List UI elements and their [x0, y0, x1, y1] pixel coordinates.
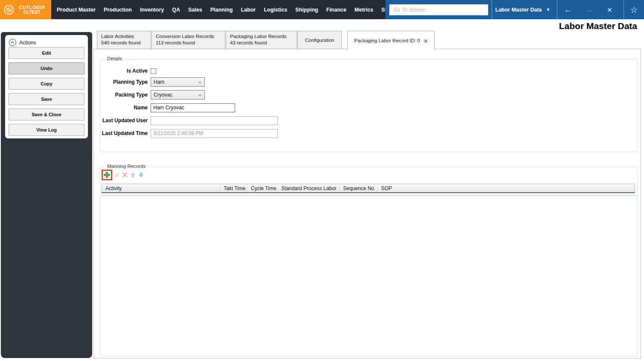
save-close-button[interactable]: Save & Close	[9, 109, 85, 120]
planning-type-select[interactable]: Ham	[151, 77, 205, 87]
add-record-button[interactable]	[102, 170, 112, 180]
column-header-sop[interactable]: SOP	[378, 184, 635, 192]
manning-grid-body-edge	[101, 195, 635, 196]
nav-item-production[interactable]: Production	[104, 7, 132, 13]
screen-selector-label: Labor Master Data	[495, 7, 542, 13]
cutlogix-logo-icon	[3, 4, 15, 15]
logo-brand-text: CUTLOGIX	[15, 5, 50, 10]
actions-panel: Actions Edit Undo Copy Save Save & Close…	[5, 35, 88, 138]
app-logo[interactable]: CUTLOGIX CLTEST	[0, 0, 51, 19]
name-label: Name	[100, 105, 151, 111]
name-field[interactable]	[151, 103, 235, 112]
back-icon[interactable]: ←	[557, 0, 578, 19]
nav-item-planning[interactable]: Planning	[210, 7, 233, 13]
tab-label: Packaging Labor Records	[226, 31, 297, 40]
top-nav-bar: CUTLOGIX CLTEST Product Master Productio…	[0, 0, 644, 19]
manning-records-legend: Manning Records	[105, 164, 147, 169]
edit-record-button[interactable]	[113, 171, 120, 179]
column-header-standard-process-labor[interactable]: Standard Process Labor	[278, 184, 340, 192]
nav-item-logistics[interactable]: Logistics	[264, 7, 287, 13]
tab-close-icon[interactable]: ×	[424, 38, 428, 44]
page-title: Labor Master Data	[559, 21, 637, 31]
tab-conversion-labor-records[interactable]: Conversion Labor Records 113 records fou…	[152, 31, 225, 49]
tab-record-count: 113 records found	[152, 40, 225, 46]
nav-item-shipping[interactable]: Shipping	[295, 7, 318, 13]
column-header-activity[interactable]: Activity	[102, 184, 220, 192]
forward-icon[interactable]: →	[578, 0, 599, 19]
edit-button[interactable]: Edit	[9, 47, 85, 59]
details-group: Details Is Active Planning Type Ham Pack…	[100, 59, 638, 152]
collapse-chevron-up-icon[interactable]	[9, 39, 16, 46]
goto-screen-input[interactable]	[389, 4, 488, 15]
nav-item-finance[interactable]: Finance	[326, 7, 347, 13]
manning-grid-header: Activity Takt Time Cycle Time Standard P…	[102, 184, 635, 193]
is-active-label: Is Active	[100, 68, 151, 74]
tab-configuration[interactable]: Configuration	[297, 31, 342, 49]
tab-record-count: 43 records found	[226, 40, 297, 46]
move-down-button[interactable]	[137, 171, 145, 179]
actions-sidebar: Actions Edit Undo Copy Save Save & Close…	[1, 32, 92, 358]
dropdown-arrow-icon: ▼	[546, 7, 551, 12]
packing-type-label: Packing Type	[100, 92, 151, 98]
last-updated-user-label: Last Updated User	[100, 117, 151, 123]
nav-item-labor[interactable]: Labor	[241, 7, 256, 13]
tab-label: Conversion Labor Records	[152, 31, 225, 40]
details-legend: Details	[105, 56, 124, 61]
manning-records-group: Manning Records Acti	[100, 167, 638, 356]
packing-type-value: Cryovac	[154, 92, 172, 98]
is-active-checkbox[interactable]	[151, 68, 156, 74]
nav-item-product-master[interactable]: Product Master	[57, 7, 96, 13]
arrow-down-icon	[138, 172, 144, 178]
tab-packaging-labor-records[interactable]: Packaging Labor Records 43 records found	[226, 31, 297, 49]
column-header-sequence-no[interactable]: Sequence No	[340, 184, 378, 192]
chevron-down-icon	[198, 80, 201, 83]
last-updated-user-field[interactable]	[151, 116, 278, 125]
nav-right-section: Labor Master Data ▼ ← → × ☆	[385, 0, 644, 19]
tab-packaging-labor-record-detail[interactable]: Packaging Labor Record ID: 0 ×	[347, 31, 434, 50]
arrow-up-icon	[130, 172, 136, 178]
move-up-button[interactable]	[129, 171, 137, 179]
close-screen-icon[interactable]: ×	[599, 0, 620, 19]
undo-button[interactable]: Undo	[9, 62, 85, 74]
copy-button[interactable]: Copy	[9, 78, 85, 90]
delete-record-button[interactable]	[121, 171, 128, 179]
nav-item-inventory[interactable]: Inventory	[140, 7, 164, 13]
favorite-star-icon[interactable]: ☆	[624, 5, 644, 15]
last-updated-time-label: Last Updated Time	[100, 130, 151, 136]
plus-icon	[104, 172, 110, 178]
nav-item-sales[interactable]: Sales	[188, 7, 202, 13]
nav-item-qa[interactable]: QA	[172, 7, 180, 13]
tab-labor-activities[interactable]: Labor Activities 540 records found	[97, 31, 151, 49]
planning-type-label: Planning Type	[100, 79, 151, 85]
tab-label: Labor Activities	[97, 31, 151, 40]
logo-env-text: CLTEST	[15, 10, 50, 15]
delete-x-icon	[122, 172, 128, 178]
column-header-cycle-time[interactable]: Cycle Time	[248, 184, 278, 192]
planning-type-value: Ham	[154, 79, 164, 85]
last-updated-time-field	[151, 129, 278, 138]
tab-record-count: 540 records found	[97, 40, 151, 46]
save-button[interactable]: Save	[9, 93, 85, 105]
screen-selector-dropdown[interactable]: Labor Master Data ▼	[492, 0, 554, 19]
packing-type-select[interactable]: Cryovac	[151, 90, 205, 100]
column-header-takt-time[interactable]: Takt Time	[220, 184, 248, 192]
tab-label: Packaging Labor Record ID: 0	[354, 38, 420, 43]
manning-toolbar	[102, 170, 145, 180]
tab-label: Configuration	[305, 38, 334, 43]
pencil-icon	[114, 172, 120, 178]
main-menu: Product Master Production Inventory QA S…	[57, 0, 400, 19]
nav-item-metrics[interactable]: Metrics	[355, 7, 373, 13]
view-log-button[interactable]: View Log	[9, 124, 85, 136]
actions-panel-title: Actions	[19, 40, 36, 46]
chevron-down-icon	[198, 93, 201, 96]
